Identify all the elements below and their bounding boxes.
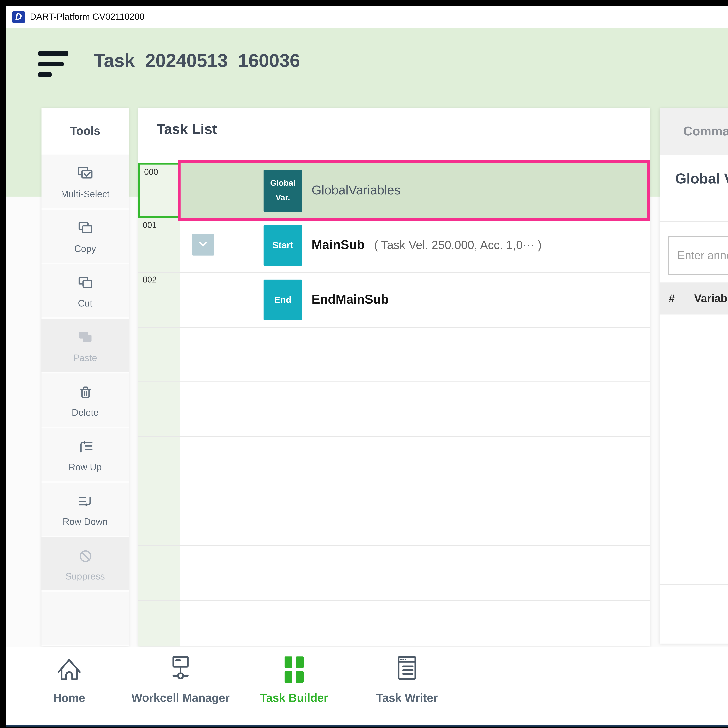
task-row-endmainsub[interactable]: End EndMainSub	[180, 272, 650, 327]
nav-task-writer[interactable]: Task Writer	[352, 653, 462, 705]
workcell-manager-icon	[164, 676, 197, 689]
tool-row-up[interactable]: Row Up	[41, 428, 129, 481]
home-icon	[52, 676, 86, 689]
page-title: Task_20240513_160036	[94, 44, 300, 76]
tools-header: Tools	[41, 108, 129, 154]
right-panel-tabs: Command Property Variable Play	[659, 108, 728, 155]
chevron-down-icon	[197, 238, 209, 251]
annotation-input[interactable]	[667, 236, 728, 275]
task-list-title: Task List	[156, 121, 217, 138]
footer-divider	[659, 584, 728, 584]
tool-copy[interactable]: Copy	[41, 210, 129, 263]
title-bar: D DART-Platform GV02110200 ✕	[6, 6, 728, 28]
row-number-002[interactable]: 002	[138, 272, 180, 327]
row-up-icon	[75, 437, 95, 460]
tool-multi-select[interactable]: Multi-Select	[41, 155, 129, 208]
task-row-label: MainSub	[312, 237, 365, 252]
row-number-001[interactable]: 001	[138, 218, 180, 272]
copy-icon	[75, 219, 95, 242]
variable-table-header: # Variable Name Value	[659, 283, 728, 315]
bottom-navigation: Home Workcell Manager	[6, 647, 728, 725]
task-builder-icon	[277, 676, 311, 689]
nav-home[interactable]: Home	[15, 653, 124, 705]
tool-label: Copy	[74, 243, 96, 254]
delete-icon	[75, 382, 95, 405]
column-header-name: Variable Name	[694, 283, 728, 315]
paste-icon	[75, 328, 95, 350]
task-row-detail: ( Task Vel. 250.000, Acc. 1,0⋯ )	[374, 238, 541, 252]
section-title: Global Variable	[675, 170, 728, 187]
row-number-000[interactable]: 000	[138, 163, 180, 218]
task-row-label: EndMainSub	[312, 292, 389, 307]
tool-label: Row Down	[63, 516, 108, 527]
column-header-num: #	[669, 283, 675, 315]
tool-cut[interactable]: Cut	[41, 264, 129, 317]
end-badge: End	[263, 279, 302, 320]
tool-label: Row Up	[69, 461, 102, 472]
task-row-globalvariables[interactable]: Global Var. GlobalVariables	[180, 163, 650, 218]
task-list-panel: Task List 000 001 002 Global Var. Global…	[138, 108, 650, 647]
start-badge: Start	[263, 225, 302, 265]
suppress-icon	[75, 546, 95, 569]
property-panel: Command Property Variable Play Global Va…	[659, 108, 728, 644]
tool-label: Delete	[72, 407, 99, 418]
row-down-icon	[75, 492, 95, 514]
nav-task-builder[interactable]: Task Builder	[240, 653, 349, 705]
main-menu-button[interactable]	[38, 51, 71, 79]
task-writer-icon	[390, 676, 424, 689]
task-row-label: GlobalVariables	[312, 183, 401, 198]
global-var-badge: Global Var.	[263, 169, 302, 211]
tab-command[interactable]: Command	[659, 108, 728, 155]
collapse-chevron-button[interactable]	[192, 234, 214, 255]
tools-empty-cell	[41, 592, 129, 645]
tool-delete[interactable]: Delete	[41, 373, 129, 427]
tool-label: Multi-Select	[61, 188, 110, 199]
tool-label: Paste	[73, 352, 97, 363]
tool-paste: Paste	[41, 319, 129, 372]
tool-label: Suppress	[66, 570, 105, 581]
tool-label: Cut	[78, 297, 92, 308]
cut-icon	[75, 274, 95, 296]
nav-status[interactable]: Status	[691, 653, 728, 705]
tool-suppress: Suppress	[41, 537, 129, 590]
app-logo-icon: D	[12, 11, 25, 23]
tools-sidebar: Tools Multi-Select Copy	[41, 108, 129, 647]
window-title: DART-Platform GV02110200	[30, 6, 144, 28]
multi-select-icon	[75, 164, 95, 187]
tool-row-down[interactable]: Row Down	[41, 483, 129, 536]
section-divider	[659, 221, 728, 222]
screenshot-root: D DART-Platform GV02110200 ✕ Task_202405…	[0, 0, 728, 728]
nav-workcell-manager[interactable]: Workcell Manager	[126, 653, 235, 705]
task-row-mainsub[interactable]: Start MainSub ( Task Vel. 250.000, Acc. …	[180, 218, 650, 272]
